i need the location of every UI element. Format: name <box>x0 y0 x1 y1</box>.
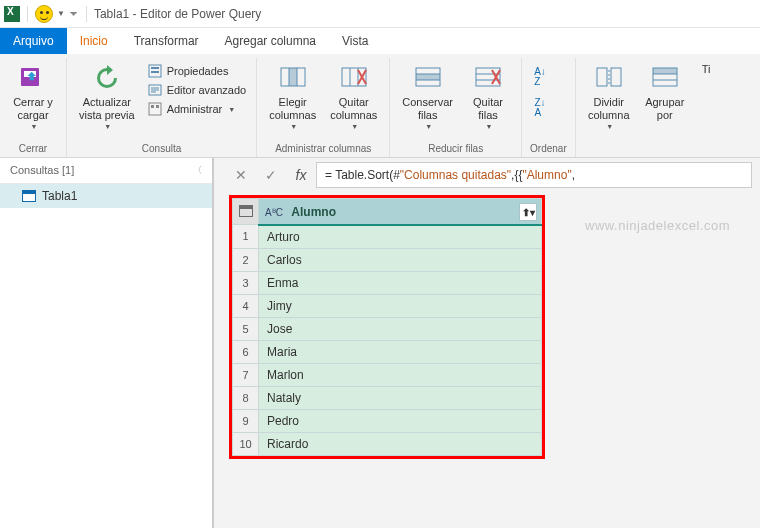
table-row[interactable]: 1Arturo <box>233 225 542 249</box>
choose-columns-icon <box>277 62 309 94</box>
table-row[interactable]: 10Ricardo <box>233 432 542 455</box>
row-number: 4 <box>233 294 259 317</box>
svg-rect-6 <box>149 103 161 115</box>
chevron-down-icon[interactable]: ▼ <box>57 9 65 18</box>
cell: Enma <box>259 271 542 294</box>
x-icon: ✕ <box>235 167 247 183</box>
table-row[interactable]: 3Enma <box>233 271 542 294</box>
row-number: 2 <box>233 248 259 271</box>
row-number: 10 <box>233 432 259 455</box>
type-label: Ti <box>702 63 711 75</box>
group-cerrar: Cerrar y cargar ▼ Cerrar <box>0 58 67 157</box>
chevron-down-icon: ▼ <box>606 123 613 130</box>
sidebar-header-text: Consultas [1] <box>10 164 74 176</box>
split-column-button[interactable]: Dividir columna ▼ <box>584 60 634 141</box>
table-row[interactable]: 2Carlos <box>233 248 542 271</box>
svg-rect-17 <box>416 74 440 80</box>
formula-input[interactable]: = Table.Sort(#"Columnas quitadas",{{"Alu… <box>316 162 752 188</box>
group-label-blank <box>584 141 713 157</box>
chevron-down-icon: ▼ <box>486 123 493 130</box>
row-number: 6 <box>233 340 259 363</box>
collapse-icon[interactable]: 〈 <box>193 164 202 177</box>
remove-rows-label: Quitar filas <box>473 96 503 121</box>
refresh-preview-button[interactable]: Actualizar vista previa ▼ <box>75 60 139 141</box>
save-arrow-icon <box>17 62 49 94</box>
accept-formula-button[interactable]: ✓ <box>256 162 286 188</box>
formula-bar: ✕ ✓ fx = Table.Sort(#"Columnas quitadas"… <box>214 158 760 192</box>
row-number: 9 <box>233 409 259 432</box>
cell: Nataly <box>259 386 542 409</box>
group-ordenar: A↓Z Z↓A Ordenar <box>522 58 576 157</box>
editor-icon <box>147 82 163 98</box>
tab-agregar-columna[interactable]: Agregar columna <box>212 28 329 54</box>
data-table: AᴮC Alumno ⬆▾ 1Arturo 2Carlos 3Enma 4Jim… <box>232 198 542 456</box>
group-by-button[interactable]: Agrupar por <box>640 60 690 141</box>
chevron-down-icon: ▼ <box>290 123 297 130</box>
fx-button[interactable]: fx <box>286 162 316 188</box>
group-by-label: Agrupar por <box>645 96 684 121</box>
table-icon <box>22 190 36 202</box>
split-column-icon <box>593 62 625 94</box>
sidebar-item-tabla1[interactable]: Tabla1 <box>0 184 212 208</box>
svg-rect-8 <box>156 105 159 108</box>
group-columnas: Elegir columnas ▼ Quitar columnas ▼ Admi… <box>257 58 390 157</box>
refresh-icon <box>91 62 123 94</box>
content-area: Consultas [1] 〈 Tabla1 ✕ ✓ fx = Table.So… <box>0 158 760 528</box>
choose-columns-button[interactable]: Elegir columnas ▼ <box>265 60 320 141</box>
remove-rows-button[interactable]: Quitar filas ▼ <box>463 60 513 141</box>
remove-columns-button[interactable]: Quitar columnas ▼ <box>326 60 381 141</box>
group-label-ordenar: Ordenar <box>530 141 567 157</box>
table-row[interactable]: 6Maria <box>233 340 542 363</box>
group-label-columnas: Administrar columnas <box>265 141 381 157</box>
row-number: 7 <box>233 363 259 386</box>
tab-inicio[interactable]: Inicio <box>67 28 121 54</box>
sidebar-header: Consultas [1] 〈 <box>0 158 212 184</box>
properties-button[interactable]: Propiedades <box>145 62 249 80</box>
table-row[interactable]: 4Jimy <box>233 294 542 317</box>
formula-string-2: "Alumno" <box>522 168 571 182</box>
advanced-editor-button[interactable]: Editor avanzado <box>145 81 249 99</box>
cell: Jimy <box>259 294 542 317</box>
chevron-down-icon: ▼ <box>425 123 432 130</box>
sort-asc-button[interactable]: A↓Z <box>530 62 550 92</box>
svg-rect-24 <box>611 68 621 86</box>
table-row[interactable]: 5Jose <box>233 317 542 340</box>
table-row[interactable]: 8Nataly <box>233 386 542 409</box>
cell: Marlon <box>259 363 542 386</box>
type-button[interactable]: Ti <box>700 62 713 76</box>
manage-label: Administrar <box>167 103 223 115</box>
close-load-button[interactable]: Cerrar y cargar ▼ <box>8 60 58 141</box>
window-title: Tabla1 - Editor de Power Query <box>94 7 261 21</box>
ribbon-tabs: Arquivo Inicio Transformar Agregar colum… <box>0 28 760 54</box>
group-filas: Conservar filas ▼ Quitar filas ▼ Reducir… <box>390 58 522 157</box>
table-corner-button[interactable] <box>233 199 259 225</box>
tab-transformar[interactable]: Transformar <box>121 28 212 54</box>
advanced-editor-label: Editor avanzado <box>167 84 247 96</box>
keep-rows-button[interactable]: Conservar filas ▼ <box>398 60 457 141</box>
row-number: 1 <box>233 225 259 249</box>
sort-asc-icon: A↓Z <box>534 67 546 87</box>
check-icon: ✓ <box>265 167 277 183</box>
column-name: Alumno <box>291 205 336 219</box>
sort-filter-button[interactable]: ⬆▾ <box>519 203 537 221</box>
cancel-formula-button[interactable]: ✕ <box>226 162 256 188</box>
split-column-label: Dividir columna <box>588 96 630 121</box>
ribbon: Cerrar y cargar ▼ Cerrar Actualizar vist… <box>0 54 760 158</box>
cell: Pedro <box>259 409 542 432</box>
column-header-alumno[interactable]: AᴮC Alumno ⬆▾ <box>259 199 542 225</box>
table-row[interactable]: 9Pedro <box>233 409 542 432</box>
divider <box>27 6 28 22</box>
smiley-icon[interactable] <box>35 5 53 23</box>
sort-desc-button[interactable]: Z↓A <box>530 93 550 123</box>
manage-button[interactable]: Administrar ▼ <box>145 100 249 118</box>
tab-vista[interactable]: Vista <box>329 28 381 54</box>
choose-columns-label: Elegir columnas <box>269 96 316 121</box>
row-number: 5 <box>233 317 259 340</box>
table-row[interactable]: 7Marlon <box>233 363 542 386</box>
sort-desc-icon: Z↓A <box>534 98 545 118</box>
tab-arquivo[interactable]: Arquivo <box>0 28 67 54</box>
watermark-text: www.ninjadelexcel.com <box>585 218 730 233</box>
sidebar-item-label: Tabla1 <box>42 189 77 203</box>
svg-rect-10 <box>289 68 297 86</box>
qat-marker: ⏷ <box>69 8 79 19</box>
